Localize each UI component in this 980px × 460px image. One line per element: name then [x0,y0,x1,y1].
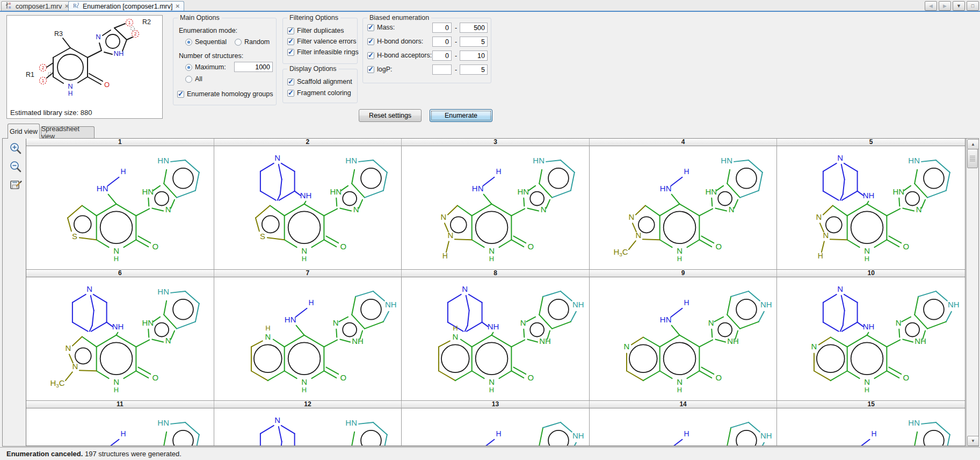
application-window: RR composer1.mrv ✕ R Enumeration [compos… [0,0,980,460]
structure-cell-13[interactable]: NHOHNHNHNNHNH [402,408,590,446]
biased-enumeration-group: Biased enumeration Mass:-H-bond donors:-… [362,18,491,83]
status-bold-text: Enumeration canceled. [6,450,83,458]
svg-text:H: H [265,324,270,332]
close-icon[interactable]: ✕ [175,4,179,9]
svg-text:NH: NH [572,431,584,440]
svg-text:N: N [520,318,526,327]
h-bond-acceptors-checkbox[interactable] [367,52,374,59]
logp-checkbox[interactable] [367,66,374,73]
grid-view-tab-label: Grid view [10,128,38,135]
mass-max-input[interactable] [460,23,488,33]
structure-cell-8[interactable]: NHONNHNHNNHNH [402,277,590,401]
grid-vertical-scrollbar[interactable]: ▲ ▼ [966,139,978,446]
svg-text:NH: NH [863,191,875,200]
h-bond-donors-checkbox[interactable] [367,38,374,45]
h-bond-acceptors-max-input[interactable] [460,51,488,61]
mass-min-input[interactable] [432,23,452,33]
filter-duplicates-checkbox[interactable] [287,27,294,34]
reset-settings-button[interactable]: Reset settings [359,109,422,122]
structure-cell-6[interactable]: NHONNHNNH3CHNNHN [26,277,214,401]
maximum-radio[interactable] [185,64,192,71]
tab-list-dropdown-button[interactable]: ▼ [953,1,965,11]
maximum-structures-input[interactable] [234,62,273,72]
structure-cell-7[interactable]: NHOHNHNHNNHNH [214,277,402,401]
svg-text:O: O [903,242,910,251]
structure-cell-11[interactable]: NHOHNHNNH3CHNNHN [26,408,214,446]
h-bond-acceptors-min-input[interactable] [432,51,452,61]
structure-cell-10[interactable]: NHONNHNNNHNH [777,277,965,401]
main-options-group: Main Options Enumeration mode: Sequentia… [173,18,277,105]
grid-column-header: 6 [26,270,214,277]
logp-max-input[interactable] [460,64,488,75]
zoom-in-button[interactable] [8,141,23,156]
filter-infeasible-rings-checkbox[interactable] [287,49,294,56]
svg-text:NH: NH [300,191,311,200]
svg-text:O: O [715,242,722,251]
zoom-out-button[interactable] [8,159,23,174]
structure-cell-12[interactable]: NHONNHSHNNHN [214,408,402,446]
filter-infeasible-rings-label: Filter infeasible rings [297,48,359,56]
scaffold-alignment-checkbox[interactable] [287,78,294,85]
logp-min-input[interactable] [432,64,452,75]
tab-enumeration[interactable]: R Enumeration [composer1.mrv] ✕ [68,1,184,11]
svg-text:N: N [113,377,119,386]
molecule-structure: NHOHNHNNNHNH [590,408,777,446]
grid-column-header: 4 [590,139,778,146]
h-bond-acceptors-label: H-bond acceptors: [377,52,432,59]
svg-text:H: H [442,251,448,260]
mass-checkbox[interactable] [367,24,374,31]
maximize-view-button[interactable]: □ [967,1,979,11]
structure-cell-14[interactable]: NHOHNHNNNHNH [590,408,778,446]
svg-text:H: H [818,251,823,260]
scroll-tabs-right-button[interactable]: ▶ [939,1,951,11]
svg-text:O: O [104,81,110,89]
tab-label: composer1.mrv [16,3,62,10]
structure-cell-9[interactable]: NHOHNHNNNHNH [590,277,778,401]
save-results-button[interactable] [8,177,23,192]
scrollbar-thumb[interactable] [967,149,978,168]
svg-text:N: N [448,231,454,240]
svg-text:R: R [9,6,11,9]
molecule-structure: NHOHNHNNNHNH [590,277,777,400]
structure-cell-3[interactable]: NHOHNHNNHHNNHN [402,146,590,270]
fragment-coloring-checkbox[interactable] [287,90,294,97]
h-bond-donors-max-input[interactable] [460,37,488,47]
filtering-options-group: Filtering Options Filter duplicatesFilte… [282,18,358,64]
svg-text:N: N [332,318,338,327]
grid-column-header: 1 [26,139,214,146]
svg-text:H: H [114,386,119,394]
enumeration-mode-label: Enumeration mode: [179,27,237,34]
svg-text:N: N [301,246,307,255]
svg-text:H: H [301,255,306,263]
molecule-structure: NHOHNHNHNNHNH [214,277,402,400]
structure-cell-2[interactable]: NHONNHSHNNHN [214,146,402,270]
svg-text:N: N [489,377,495,386]
grid-column-header: 10 [777,270,965,277]
status-text: 197 structures were generated. [83,450,182,458]
random-radio[interactable] [235,39,242,46]
structure-cell-4[interactable]: NHOHNHNNH3CHNNHN [590,146,778,270]
scaffold-structure: NHOR321R1NNH12R2 [7,16,162,105]
spreadsheet-view-tab[interactable]: Spreadsheet view [41,126,95,139]
scroll-down-arrow[interactable]: ▼ [967,436,979,446]
svg-text:H: H [301,386,306,394]
scroll-up-arrow[interactable]: ▲ [967,139,979,149]
grid-view-tab[interactable]: Grid view [8,124,40,139]
scroll-tabs-left-button[interactable]: ◀ [925,1,937,11]
enumerate-button[interactable]: Enumerate [430,109,492,122]
structure-cell-15[interactable]: NHOHNHSHNNHN [777,408,965,446]
filter-valence-errors-checkbox[interactable] [287,38,294,45]
fragment-coloring-label: Fragment coloring [297,89,351,97]
structure-cell-1[interactable]: NHOHNHSHNNHN [26,146,214,270]
all-radio[interactable] [185,76,192,83]
molecule-structure: NHONNHNNHHNNHN [777,146,964,269]
enumerate-homology-groups-checkbox[interactable] [177,91,184,98]
sequential-radio[interactable] [185,39,192,46]
svg-text:N: N [72,362,78,371]
svg-text:HN: HN [660,184,672,193]
tab-controls: ◀ ▶ ▼ □ [925,1,979,11]
structure-cell-5[interactable]: NHONNHNNHHNNHN [777,146,965,270]
h-bond-donors-min-input[interactable] [432,37,452,47]
tab-composer[interactable]: RR composer1.mrv ✕ [1,1,74,11]
molecule-structure: NHONNHSHNNHN [214,408,402,446]
